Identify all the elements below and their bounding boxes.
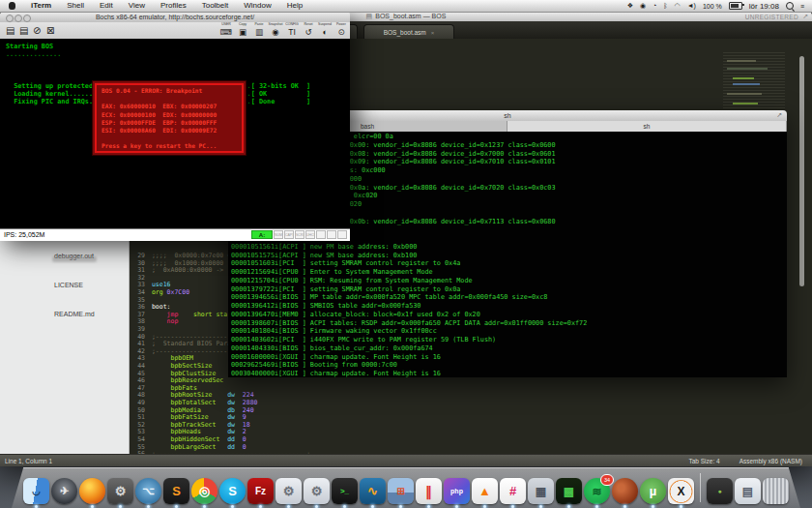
dock-slack-icon[interactable]: # <box>500 478 526 504</box>
dock-remote-desktop-icon[interactable]: ⊞ <box>388 478 414 504</box>
menu-bar-clock[interactable]: lör 19:08 <box>749 2 779 11</box>
dock: ◡✈⚙⌥S◎SFz⚙⚙>_∿⊞∥php▲#▦▩≋34µX●▤ <box>23 471 789 504</box>
editor-tab-BOS_boot.asm[interactable]: BOS_boot.asm× <box>363 24 454 40</box>
dock-boxing-app-icon[interactable] <box>612 478 638 504</box>
editor-scrollbar[interactable] <box>799 56 804 286</box>
dock-utorrent-icon[interactable]: µ <box>640 478 666 504</box>
indicator-empty-5 <box>316 230 326 239</box>
status-icon-4[interactable]: ◠ <box>675 2 681 10</box>
floppy-a-icon[interactable]: ▤ <box>6 24 14 38</box>
dock-vlc-icon[interactable]: ▲ <box>472 478 498 504</box>
fullscreen-icon[interactable]: ↗ <box>802 13 808 20</box>
sidebar-item-readme-md[interactable]: README.md <box>0 308 129 337</box>
slack-glyph: # <box>509 484 516 498</box>
syntax-label[interactable]: Assembly x86 (NASM) <box>740 458 802 464</box>
menu-items: iTermShellEditViewProfilesToolbeltWindow… <box>23 0 310 12</box>
dock-parallels-icon[interactable]: ∥ <box>416 478 442 504</box>
battery-icon <box>729 2 742 10</box>
dock-firefox-icon[interactable] <box>79 478 105 504</box>
status-icon-2[interactable]: ◔ <box>652 2 656 10</box>
config-button[interactable]: CONFIGTI <box>284 22 300 37</box>
dock-archive-drive-icon[interactable]: ● <box>707 478 733 504</box>
power-button[interactable]: Power⊙ <box>334 22 349 37</box>
sidebar-item-license[interactable]: LICENSE <box>0 279 129 308</box>
menu-bar-status-area: ❖◉◔ᛒ◠◄) 100 % lör 19:08 ≡ <box>627 2 812 11</box>
indicator-empty-7 <box>337 230 347 239</box>
mysql-workbench-glyph: ∿ <box>367 484 378 498</box>
status-icon-3[interactable]: ᛒ <box>663 2 667 10</box>
snapshot-button[interactable]: Snapshot◉ <box>268 22 283 37</box>
ips-label: IPS: 25,052M <box>4 231 44 238</box>
user-button[interactable]: USER⌨ <box>218 22 234 37</box>
dock-trash-icon[interactable] <box>763 478 789 504</box>
menu-item-window[interactable]: Window <box>236 1 278 10</box>
sublime-status-bar: Line 1, Column 1 Tab Size: 4 Assembly x8… <box>0 454 812 466</box>
chrome-glyph: ◎ <box>199 484 210 498</box>
code-line-38: 38 nop <box>129 318 178 326</box>
copy-button[interactable]: Copy▣ <box>235 22 250 37</box>
indicator-SCRL: SCRL <box>295 230 304 239</box>
paste-button[interactable]: Paste▥ <box>251 22 267 37</box>
iterm-expand-icon[interactable]: ↗ <box>776 111 782 119</box>
partially-hidden-sidebar-item[interactable] <box>52 256 97 262</box>
menu-item-profiles[interactable]: Profiles <box>153 1 194 10</box>
tab-size-label[interactable]: Tab Size: 4 <box>688 458 719 464</box>
xquartz-glyph: X <box>677 485 684 498</box>
calculator-2-glyph: ▤ <box>742 485 753 498</box>
suspend-button[interactable]: Suspend◐ <box>317 22 333 37</box>
menu-item-iterm[interactable]: iTerm <box>23 1 59 10</box>
bochs-error-dialog: BOS 0.04 - ERROR: Breakpoint EAX: 0x6000… <box>92 80 246 156</box>
tab-close-icon[interactable]: × <box>431 30 435 36</box>
dock-sublime-text-icon[interactable]: S <box>163 478 189 504</box>
system-prefs-1-glyph: ⚙ <box>283 484 295 498</box>
menu-item-toolbelt[interactable]: Toolbelt <box>194 1 237 10</box>
dock-terminal-app-icon[interactable]: >_ <box>332 478 358 504</box>
dock-sourcetree-icon[interactable]: ⌥ <box>135 478 161 504</box>
dock-mysql-workbench-icon[interactable]: ∿ <box>360 478 386 504</box>
dock-system-prefs-2-icon[interactable]: ⚙ <box>304 478 330 504</box>
status-icon-1[interactable]: ◉ <box>640 2 646 10</box>
dock-skype-icon[interactable]: S <box>219 478 246 504</box>
apple-menu-icon[interactable] <box>9 2 15 10</box>
document-icon: ▤ <box>366 13 373 19</box>
dock-filezilla-icon[interactable]: Fz <box>247 478 274 504</box>
menu-item-help[interactable]: Help <box>279 1 310 10</box>
reset-button-icon: ↺ <box>301 27 316 37</box>
reset-button[interactable]: Reset↺ <box>301 22 316 37</box>
copy-button-icon: ▣ <box>235 27 250 37</box>
menu-item-edit[interactable]: Edit <box>92 1 121 10</box>
paste-button-icon: ▥ <box>251 27 267 37</box>
phpstorm-glyph: php <box>450 488 463 494</box>
dock-xquartz-icon[interactable]: X <box>668 478 694 504</box>
power-button-icon: ⊙ <box>334 27 349 37</box>
notification-center-icon[interactable]: ≡ <box>800 3 804 10</box>
bochs-window: Bochs x86-64 emulator, http://bochs.sour… <box>0 12 350 240</box>
status-icon-0[interactable]: ❖ <box>627 2 633 10</box>
dock-calculator-2-icon[interactable]: ▤ <box>735 478 761 504</box>
spotlight-icon[interactable] <box>786 2 794 10</box>
cdrom-icon[interactable]: ⊘ <box>33 24 41 38</box>
status-icons: ❖◉◔ᛒ◠◄) <box>627 2 696 10</box>
suspend-button-icon: ◐ <box>317 27 333 37</box>
bochs-screen[interactable]: Starting BOS.............. Setting up pr… <box>0 39 350 228</box>
terminal-tab-sh[interactable]: sh <box>508 121 787 132</box>
mouse-capture-icon[interactable]: ⊠ <box>46 24 54 38</box>
sidebar-item-debugger-out[interactable]: debugger.out <box>0 250 129 279</box>
dock-spotify-icon[interactable]: ≋34 <box>584 478 610 504</box>
skype-glyph: S <box>228 484 237 498</box>
status-icon-5[interactable]: ◄) <box>687 2 696 10</box>
menu-item-shell[interactable]: Shell <box>59 1 92 10</box>
floppy-b-icon[interactable]: ▤ <box>19 24 28 38</box>
dock-calculator-gray-icon[interactable]: ▦ <box>528 478 554 504</box>
dock-chrome-icon[interactable]: ◎ <box>191 478 218 504</box>
dock-phpstorm-icon[interactable]: php <box>444 478 470 504</box>
menu-bar: iTermShellEditViewProfilesToolbeltWindow… <box>0 0 812 13</box>
spotify-badge: 34 <box>600 474 614 486</box>
dock-finder-icon[interactable]: ◡ <box>23 478 49 504</box>
dock-hex-matrix-app-icon[interactable]: ▩ <box>556 478 582 504</box>
menu-item-view[interactable]: View <box>121 1 153 10</box>
dock-gears-app-icon[interactable]: ⚙ <box>107 478 133 504</box>
indicator-CAPS: CAPS <box>284 230 294 239</box>
dock-system-prefs-1-icon[interactable]: ⚙ <box>276 478 302 504</box>
dock-launchpad-icon[interactable]: ✈ <box>51 478 77 504</box>
